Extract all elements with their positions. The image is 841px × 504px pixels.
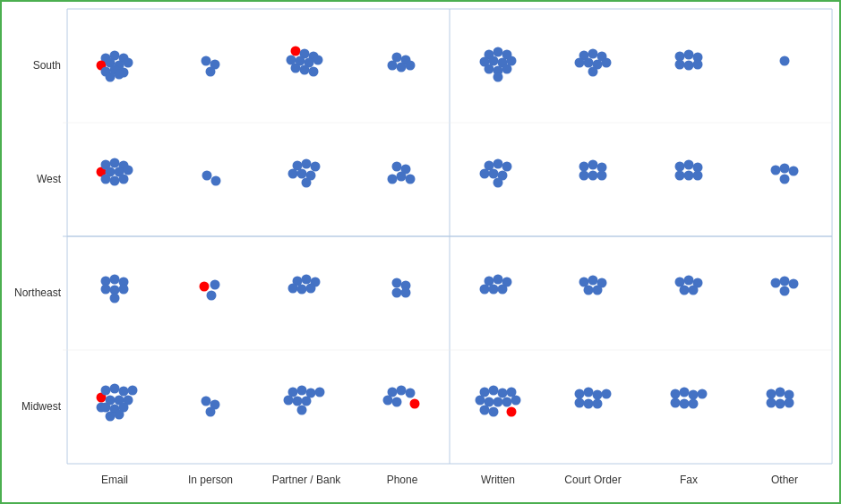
- dot: [110, 176, 120, 186]
- dot: [579, 171, 589, 181]
- dot: [771, 166, 781, 175]
- dot: [489, 169, 499, 179]
- dot: [291, 64, 301, 73]
- dot: [101, 175, 111, 184]
- dot: [593, 390, 603, 400]
- dot: [101, 386, 111, 396]
- dot: [128, 386, 138, 396]
- dot: [297, 386, 307, 396]
- dot: [106, 73, 116, 82]
- dot: [684, 276, 694, 286]
- dot: [575, 398, 585, 408]
- dot: [106, 412, 116, 422]
- dot: [101, 403, 111, 413]
- dot: [115, 70, 124, 80]
- dot: [680, 286, 690, 295]
- dot: [780, 56, 790, 66]
- dot: [780, 175, 790, 184]
- col-label-inperson: In person: [188, 474, 233, 486]
- dot: [302, 275, 312, 285]
- col-label-email: Email: [101, 474, 128, 486]
- dot: [593, 399, 603, 409]
- dot: [780, 164, 790, 174]
- dot: [284, 396, 294, 406]
- dot: [480, 285, 490, 295]
- dot: [675, 60, 685, 70]
- dot-red: [200, 282, 210, 292]
- dot: [789, 167, 799, 176]
- dot: [602, 58, 612, 68]
- dot: [671, 398, 681, 408]
- dot: [110, 275, 120, 285]
- dot: [511, 396, 521, 406]
- dot: [675, 171, 685, 181]
- dot: [288, 169, 298, 179]
- col-label-other: Other: [771, 474, 798, 486]
- dot: [584, 388, 594, 397]
- dot: [206, 407, 216, 417]
- dot: [767, 389, 777, 399]
- dot: [383, 396, 393, 406]
- dot: [493, 275, 503, 285]
- dot: [776, 399, 785, 409]
- dot: [476, 396, 485, 406]
- dot: [124, 166, 133, 175]
- col-label-partnerbank: Partner / Bank: [272, 474, 342, 486]
- dot: [602, 389, 612, 399]
- dot: [584, 286, 594, 295]
- dot: [671, 389, 681, 399]
- chart-container: South West Northeast Midwest Email In pe…: [0, 0, 841, 504]
- dot: [680, 399, 690, 409]
- dot: [493, 178, 503, 188]
- dot: [297, 285, 307, 295]
- dot: [684, 50, 694, 60]
- row-label-northeast: Northeast: [14, 286, 62, 299]
- row-label-west: West: [37, 173, 62, 185]
- dot: [684, 160, 694, 170]
- dot: [480, 406, 490, 415]
- dot: [315, 388, 325, 397]
- dot: [698, 389, 708, 399]
- dot: [392, 162, 402, 172]
- dot: [202, 56, 211, 66]
- dot: [502, 162, 512, 172]
- dot: [684, 61, 694, 71]
- dot: [306, 284, 316, 294]
- dot: [493, 159, 503, 169]
- dot: [392, 397, 402, 407]
- dot: [575, 389, 585, 399]
- dot: [498, 285, 508, 295]
- dot: [588, 67, 598, 77]
- dot: [693, 60, 703, 70]
- dot: [588, 160, 598, 170]
- dot: [489, 285, 499, 295]
- dot: [110, 158, 120, 168]
- dot: [110, 384, 120, 394]
- dot: [689, 390, 699, 400]
- dot: [689, 286, 699, 295]
- dot: [675, 162, 685, 172]
- dot: [302, 178, 312, 188]
- dot: [489, 386, 499, 396]
- dot: [293, 397, 303, 406]
- dot: [493, 73, 503, 82]
- dot: [780, 277, 790, 286]
- dot: [406, 61, 416, 71]
- dot: [588, 276, 598, 286]
- dot: [575, 58, 585, 68]
- dot: [397, 386, 407, 396]
- dot: [392, 278, 402, 288]
- dot: [313, 56, 323, 65]
- dot: [297, 169, 307, 179]
- dot: [502, 397, 512, 407]
- dot-red: [291, 47, 301, 56]
- dot: [211, 176, 221, 186]
- dot: [401, 288, 411, 298]
- dot: [579, 162, 589, 172]
- col-label-phone: Phone: [387, 474, 418, 486]
- dot: [202, 171, 212, 181]
- dot: [597, 171, 607, 181]
- dot: [206, 67, 216, 77]
- dot: [780, 286, 790, 296]
- dot: [297, 406, 307, 415]
